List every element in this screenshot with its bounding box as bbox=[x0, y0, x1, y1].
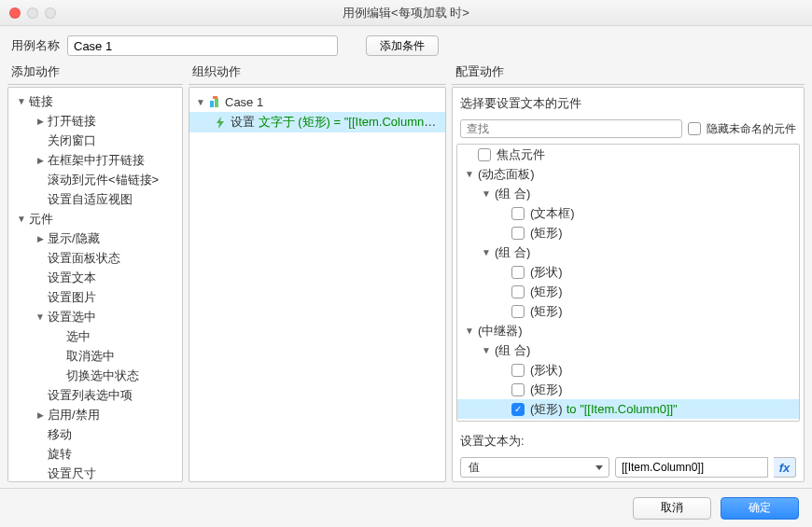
columns: 添加动作 ▼链接▶打开链接关闭窗口▶在框架中打开链接滚动到元件<锚链接>设置自适… bbox=[0, 62, 812, 488]
action-tree-item[interactable]: 切换选中状态 bbox=[8, 366, 182, 385]
spacer-icon bbox=[35, 390, 46, 401]
action-tree-item[interactable]: ▶启用/禁用 bbox=[8, 405, 182, 424]
action-tree-item[interactable]: 旋转 bbox=[8, 444, 182, 464]
action-node[interactable]: 设置 文字于 (矩形) = "[[Item.Column0]]" bbox=[189, 112, 445, 132]
action-tree[interactable]: ▼链接▶打开链接关闭窗口▶在框架中打开链接滚动到元件<锚链接>设置自适应视图▼元… bbox=[7, 87, 183, 482]
action-tree-item[interactable]: 选中 bbox=[8, 326, 182, 346]
action-tree-item[interactable]: 设置尺寸 bbox=[8, 464, 182, 482]
action-tree-item[interactable]: ▶打开链接 bbox=[8, 111, 182, 131]
widget-tree-item[interactable]: 焦点元件 bbox=[457, 145, 799, 164]
spacer-icon bbox=[35, 272, 46, 284]
tree-item-label: 设置图片 bbox=[48, 289, 176, 306]
widget-label: (文本框) bbox=[530, 205, 575, 222]
footer: 取消 确定 bbox=[0, 488, 812, 527]
action-tree-item[interactable]: ▶显示/隐藏 bbox=[8, 229, 182, 248]
add-action-header: 添加动作 bbox=[7, 62, 183, 85]
tree-item-label: 打开链接 bbox=[48, 113, 176, 130]
widget-label: (中继器) bbox=[478, 323, 523, 340]
spacer-icon bbox=[53, 331, 64, 342]
case-name-label: 用例名称 bbox=[11, 37, 60, 54]
widget-checkbox[interactable] bbox=[511, 383, 525, 396]
organize-header: 组织动作 bbox=[189, 62, 446, 85]
set-text-label: 设置文本为: bbox=[456, 427, 800, 451]
widget-label: (组 合) bbox=[495, 186, 530, 202]
widget-label: 焦点元件 bbox=[497, 146, 545, 163]
widget-tree-item[interactable]: ▼(组 合) bbox=[457, 243, 799, 262]
widget-checkbox[interactable] bbox=[511, 305, 525, 318]
widget-tree-item[interactable]: (形状) bbox=[457, 262, 799, 282]
tree-item-label: 关闭窗口 bbox=[48, 132, 176, 149]
action-tree-item[interactable]: ▼链接 bbox=[8, 91, 182, 111]
organize-tree[interactable]: ▼ Case 1 bbox=[189, 87, 446, 482]
widget-tree-item[interactable]: (矩形) bbox=[457, 282, 799, 301]
widget-checkbox[interactable] bbox=[511, 266, 525, 279]
configure-panel: 选择要设置文本的元件 隐藏未命名的元件 焦点元件▼(动态面板)▼(组 合)(文本… bbox=[452, 87, 805, 482]
fx-button[interactable]: fx bbox=[774, 457, 796, 478]
action-tree-item[interactable]: 滚动到元件<锚链接> bbox=[8, 170, 182, 189]
widget-label: (矩形) bbox=[530, 401, 563, 418]
editor-window: 用例编辑<每项加载 时> 用例名称 添加条件 添加动作 ▼链接▶打开链接关闭窗口… bbox=[0, 0, 812, 527]
chevron-down-icon: ▼ bbox=[16, 96, 27, 107]
action-tree-item[interactable]: 取消选中 bbox=[8, 346, 182, 366]
configure-header: 配置动作 bbox=[452, 62, 805, 85]
titlebar: 用例编辑<每项加载 时> bbox=[0, 0, 812, 26]
widget-tree-item[interactable]: ▼(中继器) bbox=[457, 321, 799, 340]
widget-checkbox[interactable] bbox=[511, 364, 525, 377]
widget-checkbox[interactable] bbox=[511, 227, 525, 240]
widget-tree-item[interactable]: (矩形) bbox=[457, 223, 799, 243]
widget-tree-item[interactable]: ▼(组 合) bbox=[457, 340, 799, 360]
case-icon bbox=[208, 95, 221, 108]
action-tree-item[interactable]: 设置列表选中项 bbox=[8, 385, 182, 405]
chevron-down-icon: ▼ bbox=[195, 96, 206, 107]
organize-column: 组织动作 ▼ Case 1 bbox=[189, 62, 446, 482]
value-type-select[interactable]: 值 bbox=[460, 457, 609, 478]
tree-item-label: 设置列表选中项 bbox=[48, 387, 176, 404]
widget-tree-item[interactable]: ▼(动态面板) bbox=[457, 164, 799, 184]
action-tree-item[interactable]: 移动 bbox=[8, 424, 182, 444]
case-node[interactable]: ▼ Case 1 bbox=[189, 91, 445, 112]
tree-item-label: 链接 bbox=[29, 93, 176, 110]
case-name-input[interactable] bbox=[67, 35, 338, 56]
action-tree-item[interactable]: 关闭窗口 bbox=[8, 131, 182, 150]
chevron-down-icon: ▼ bbox=[16, 214, 27, 225]
widget-tree-item[interactable]: ✓(矩形) to "[[Item.Column0]]" bbox=[457, 399, 799, 419]
tree-item-label: 设置文本 bbox=[48, 270, 176, 286]
select-widget-label: 选择要设置文本的元件 bbox=[456, 91, 800, 114]
action-tree-item[interactable]: 设置文本 bbox=[8, 268, 182, 287]
spacer-icon bbox=[35, 174, 46, 186]
window-title: 用例编辑<每项加载 时> bbox=[0, 5, 812, 21]
widget-tree[interactable]: 焦点元件▼(动态面板)▼(组 合)(文本框)(矩形)▼(组 合)(形状)(矩形)… bbox=[456, 144, 800, 422]
tree-item-label: 启用/禁用 bbox=[48, 407, 176, 423]
add-condition-button[interactable]: 添加条件 bbox=[366, 35, 439, 56]
widget-checkbox[interactable] bbox=[511, 285, 525, 298]
widget-tree-item[interactable]: (矩形) bbox=[457, 301, 799, 321]
ok-button[interactable]: 确定 bbox=[721, 497, 799, 520]
widget-tree-item[interactable]: (矩形) bbox=[457, 380, 799, 399]
top-row: 用例名称 添加条件 bbox=[0, 26, 812, 62]
widget-tree-item[interactable]: (形状) bbox=[457, 360, 799, 380]
widget-checkbox[interactable]: ✓ bbox=[511, 403, 525, 416]
search-input[interactable] bbox=[460, 119, 682, 138]
action-tree-item[interactable]: 设置面板状态 bbox=[8, 248, 182, 268]
spacer-icon bbox=[35, 253, 46, 264]
hide-unnamed-checkbox[interactable] bbox=[688, 122, 701, 135]
chevron-right-icon: ▶ bbox=[35, 116, 46, 127]
action-tree-item[interactable]: ▶在框架中打开链接 bbox=[8, 150, 182, 170]
action-tree-item[interactable]: 设置图片 bbox=[8, 287, 182, 307]
cancel-button[interactable]: 取消 bbox=[633, 497, 711, 520]
widget-label: (形状) bbox=[530, 362, 563, 379]
action-tree-item[interactable]: ▼设置选中 bbox=[8, 307, 182, 326]
action-tree-item[interactable]: ▼元件 bbox=[8, 209, 182, 229]
widget-checkbox[interactable] bbox=[511, 207, 525, 220]
action-tree-item[interactable]: 设置自适应视图 bbox=[8, 189, 182, 209]
widget-tree-item[interactable]: (文本框) bbox=[457, 203, 799, 223]
spacer-icon bbox=[35, 468, 46, 479]
value-input[interactable] bbox=[615, 457, 768, 478]
tree-item-label: 设置自适应视图 bbox=[48, 191, 176, 208]
widget-checkbox[interactable] bbox=[478, 148, 491, 161]
widget-tree-item[interactable]: ▼(组 合) bbox=[457, 184, 799, 203]
chevron-down-icon: ▼ bbox=[482, 188, 493, 199]
widget-label: (形状) bbox=[530, 264, 563, 281]
chevron-down-icon: ▼ bbox=[35, 312, 46, 323]
widget-label: (矩形) bbox=[530, 284, 563, 300]
